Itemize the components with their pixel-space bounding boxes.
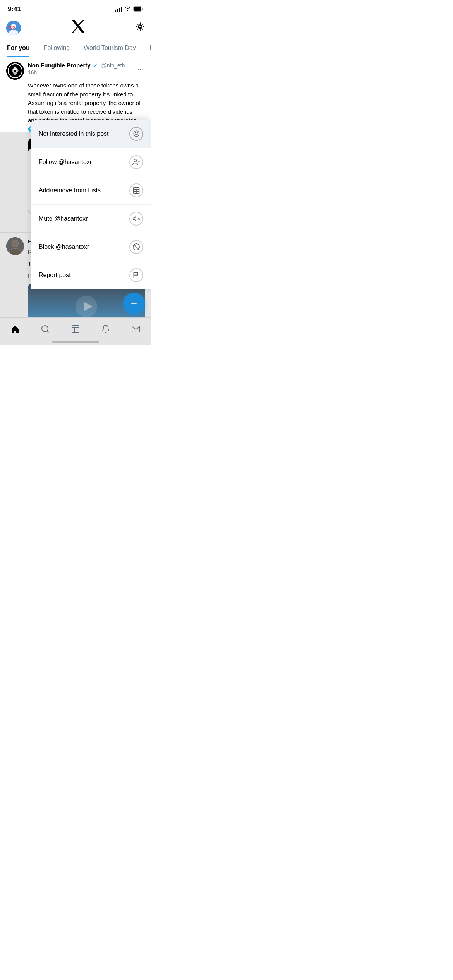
report-icon [129,268,143,282]
tab-world-tourism[interactable]: World Tourism Day [77,39,143,57]
settings-icon[interactable] [136,22,145,34]
mute-icon [129,212,143,226]
menu-item-mute[interactable]: Mute @hasantoxr [31,205,151,233]
battery-icon [133,6,143,13]
tweet-handle-1: @nfp_eth [101,62,125,69]
block-label: Block @hasantoxr [39,243,129,250]
tweet-context-menu: Not interested in this post ☹ Follow @ha… [31,120,151,289]
tweet-header-1: Non Fungible Property ✓ @nfp_eth · 16h ·… [6,62,145,80]
x-logo [71,19,85,36]
svg-marker-20 [133,216,136,221]
menu-item-not-interested[interactable]: Not interested in this post ☹ [31,120,151,148]
not-interested-label: Not interested in this post [39,130,129,137]
tweet-time-sep-1: · [128,62,130,69]
svg-point-13 [134,159,137,162]
status-time: 9:41 [8,5,21,13]
svg-point-6 [139,26,141,28]
user-avatar[interactable]: 100 [6,21,21,35]
status-bar: 9:41 [0,0,151,16]
add-list-label: Add/remove from Lists [39,187,129,194]
block-icon [129,240,143,254]
tweet-info-1: Non Fungible Property ✓ @nfp_eth · 16h ·… [28,62,145,76]
tab-for-you[interactable]: For you [0,39,37,57]
tweet-avatar-1[interactable] [6,62,24,80]
svg-text:100: 100 [8,25,15,30]
feed-tabs: For you Following World Tourism Day New … [0,39,151,57]
svg-line-24 [134,245,139,249]
menu-item-add-list[interactable]: Add/remove from Lists [31,176,151,205]
tab-following[interactable]: Following [37,39,77,57]
tweet-author-1: Non Fungible Property ✓ @nfp_eth · 16h [28,62,136,76]
follow-icon [129,155,143,169]
menu-item-follow[interactable]: Follow @hasantoxr [31,148,151,176]
app-header: 100 [0,16,151,39]
report-label: Report post [39,272,129,279]
mute-label: Mute @hasantoxr [39,215,129,222]
tweet-name-row-1: Non Fungible Property ✓ @nfp_eth · 16h ·… [28,62,145,76]
status-icons [115,6,143,13]
tab-new[interactable]: New A [143,39,151,57]
follow-label: Follow @hasantoxr [39,159,129,166]
svg-point-9 [14,69,17,72]
wifi-icon [124,6,131,12]
tweet-time-1: 16h [28,69,37,75]
feed-scroll[interactable]: Non Fungible Property ✓ @nfp_eth · 16h ·… [0,57,151,345]
add-list-icon [129,183,143,197]
svg-rect-1 [134,7,141,11]
menu-item-block[interactable]: Block @hasantoxr [31,233,151,261]
signal-icon [115,7,122,12]
menu-item-report[interactable]: Report post [31,261,151,289]
tweet-more-btn-1[interactable]: ··· [136,65,145,73]
verified-icon-1: ✓ [93,62,98,69]
not-interested-icon: ☹ [129,127,143,141]
tweet-author-name-1: Non Fungible Property [28,62,91,69]
